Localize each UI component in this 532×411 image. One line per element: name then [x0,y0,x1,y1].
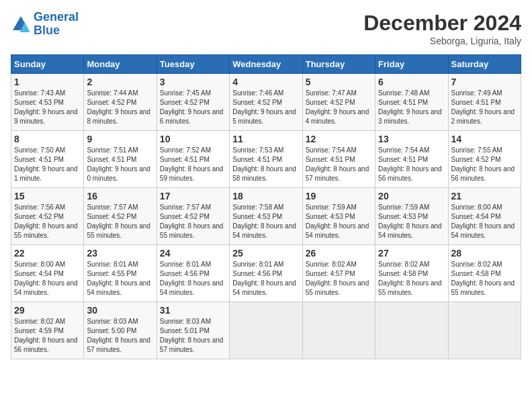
day-number: 25 [232,248,299,259]
day-number: 8 [14,134,81,144]
day-detail: Sunrise: 7:59 AMSunset: 4:53 PMDaylight:… [306,203,372,240]
calendar-cell: 17 Sunrise: 7:57 AMSunset: 4:52 PMDaylig… [157,188,229,245]
day-number: 7 [451,77,518,87]
calendar-cell: 13 Sunrise: 7:54 AMSunset: 4:51 PMDaylig… [375,131,448,188]
calendar-cell: 12 Sunrise: 7:54 AMSunset: 4:51 PMDaylig… [302,131,375,188]
day-detail: Sunrise: 7:52 AMSunset: 4:51 PMDaylight:… [160,146,226,183]
day-detail: Sunrise: 7:53 AMSunset: 4:51 PMDaylight:… [232,146,299,183]
calendar-cell: 21 Sunrise: 8:00 AMSunset: 4:54 PMDaylig… [448,188,521,245]
header-thursday: Thursday [302,55,375,74]
calendar-cell: 6 Sunrise: 7:48 AMSunset: 4:51 PMDayligh… [375,74,448,131]
logo-line1: General [34,10,79,24]
calendar-cell: 2 Sunrise: 7:44 AMSunset: 4:52 PMDayligh… [84,74,157,131]
calendar-cell: 29 Sunrise: 8:02 AMSunset: 4:59 PMDaylig… [11,302,84,359]
day-detail: Sunrise: 8:01 AMSunset: 4:56 PMDaylight:… [160,260,226,298]
day-number: 10 [160,134,226,144]
calendar-cell [302,302,375,359]
calendar-body: 1 Sunrise: 7:43 AMSunset: 4:53 PMDayligh… [11,74,521,359]
day-number: 2 [87,77,153,87]
calendar-cell: 20 Sunrise: 7:59 AMSunset: 4:53 PMDaylig… [375,188,448,245]
day-number: 3 [160,77,226,87]
calendar-cell: 30 Sunrise: 8:03 AMSunset: 5:00 PMDaylig… [84,302,157,359]
calendar-cell: 15 Sunrise: 7:56 AMSunset: 4:52 PMDaylig… [11,188,84,245]
calendar-row: 29 Sunrise: 8:02 AMSunset: 4:59 PMDaylig… [11,302,521,359]
calendar-row: 1 Sunrise: 7:43 AMSunset: 4:53 PMDayligh… [11,74,521,131]
day-detail: Sunrise: 8:01 AMSunset: 4:56 PMDaylight:… [232,260,299,298]
day-detail: Sunrise: 7:59 AMSunset: 4:53 PMDaylight:… [378,203,445,240]
day-number: 20 [378,191,445,201]
calendar-cell [230,302,302,359]
header-saturday: Saturday [448,55,521,74]
calendar-cell: 26 Sunrise: 8:02 AMSunset: 4:57 PMDaylig… [302,245,375,302]
day-detail: Sunrise: 7:45 AMSunset: 4:52 PMDaylight:… [160,89,226,126]
header-monday: Monday [84,55,157,74]
calendar-cell [448,302,521,359]
day-detail: Sunrise: 8:00 AMSunset: 4:54 PMDaylight:… [451,203,518,240]
day-detail: Sunrise: 8:02 AMSunset: 4:57 PMDaylight:… [306,260,372,298]
day-number: 6 [378,77,445,87]
header-friday: Friday [375,55,448,74]
header-tuesday: Tuesday [157,55,229,74]
day-number: 31 [160,305,226,316]
day-number: 9 [87,134,153,144]
month-title: December 2024 [363,11,521,36]
calendar-row: 15 Sunrise: 7:56 AMSunset: 4:52 PMDaylig… [11,188,521,245]
day-number: 11 [232,134,299,144]
day-number: 1 [14,77,81,87]
day-detail: Sunrise: 8:03 AMSunset: 5:01 PMDaylight:… [160,317,226,355]
calendar-cell: 27 Sunrise: 8:02 AMSunset: 4:58 PMDaylig… [375,245,448,302]
calendar-row: 22 Sunrise: 8:00 AMSunset: 4:54 PMDaylig… [11,245,521,302]
calendar-cell: 1 Sunrise: 7:43 AMSunset: 4:53 PMDayligh… [11,74,84,131]
title-block: December 2024 Seborga, Liguria, Italy [363,11,521,46]
day-detail: Sunrise: 8:02 AMSunset: 4:58 PMDaylight:… [451,260,518,298]
day-number: 19 [306,191,372,201]
day-number: 29 [14,305,81,316]
day-number: 28 [451,248,518,259]
day-number: 27 [378,248,445,259]
header-row: Sunday Monday Tuesday Wednesday Thursday… [11,55,521,74]
header-wednesday: Wednesday [230,55,302,74]
day-detail: Sunrise: 8:01 AMSunset: 4:55 PMDaylight:… [87,260,153,298]
day-detail: Sunrise: 7:58 AMSunset: 4:53 PMDaylight:… [232,203,299,240]
day-number: 24 [160,248,226,259]
logo-icon [11,14,31,34]
day-detail: Sunrise: 7:57 AMSunset: 4:52 PMDaylight:… [160,203,226,240]
calendar-cell: 28 Sunrise: 8:02 AMSunset: 4:58 PMDaylig… [448,245,521,302]
day-number: 22 [14,248,81,259]
day-detail: Sunrise: 8:00 AMSunset: 4:54 PMDaylight:… [14,260,81,298]
day-detail: Sunrise: 8:03 AMSunset: 5:00 PMDaylight:… [87,317,153,355]
calendar-cell: 10 Sunrise: 7:52 AMSunset: 4:51 PMDaylig… [157,131,229,188]
day-detail: Sunrise: 7:51 AMSunset: 4:51 PMDaylight:… [87,146,153,183]
calendar-cell: 19 Sunrise: 7:59 AMSunset: 4:53 PMDaylig… [302,188,375,245]
day-detail: Sunrise: 7:47 AMSunset: 4:52 PMDaylight:… [306,89,372,126]
day-number: 21 [451,191,518,201]
page-header: General Blue December 2024 Seborga, Ligu… [11,11,521,46]
day-detail: Sunrise: 8:02 AMSunset: 4:58 PMDaylight:… [378,260,445,298]
day-detail: Sunrise: 7:44 AMSunset: 4:52 PMDaylight:… [87,89,153,126]
day-detail: Sunrise: 7:46 AMSunset: 4:52 PMDaylight:… [232,89,299,126]
day-number: 26 [306,248,372,259]
day-detail: Sunrise: 7:49 AMSunset: 4:51 PMDaylight:… [451,89,518,126]
day-detail: Sunrise: 7:54 AMSunset: 4:51 PMDaylight:… [306,146,372,183]
day-number: 17 [160,191,226,201]
calendar-cell: 9 Sunrise: 7:51 AMSunset: 4:51 PMDayligh… [84,131,157,188]
day-detail: Sunrise: 8:02 AMSunset: 4:59 PMDaylight:… [14,317,81,355]
logo: General Blue [11,11,79,38]
calendar-cell: 4 Sunrise: 7:46 AMSunset: 4:52 PMDayligh… [230,74,302,131]
day-number: 18 [232,191,299,201]
logo-text: General Blue [34,11,79,38]
logo-line2: Blue [34,24,60,37]
day-detail: Sunrise: 7:50 AMSunset: 4:51 PMDaylight:… [14,146,81,183]
calendar-cell: 22 Sunrise: 8:00 AMSunset: 4:54 PMDaylig… [11,245,84,302]
calendar-cell: 8 Sunrise: 7:50 AMSunset: 4:51 PMDayligh… [11,131,84,188]
day-number: 4 [232,77,299,87]
calendar-cell: 16 Sunrise: 7:57 AMSunset: 4:52 PMDaylig… [84,188,157,245]
calendar-cell: 25 Sunrise: 8:01 AMSunset: 4:56 PMDaylig… [230,245,302,302]
calendar-cell: 11 Sunrise: 7:53 AMSunset: 4:51 PMDaylig… [230,131,302,188]
day-number: 12 [306,134,372,144]
day-detail: Sunrise: 7:57 AMSunset: 4:52 PMDaylight:… [87,203,153,240]
day-number: 30 [87,305,153,316]
day-number: 15 [14,191,81,201]
day-detail: Sunrise: 7:56 AMSunset: 4:52 PMDaylight:… [14,203,81,240]
header-sunday: Sunday [11,55,84,74]
